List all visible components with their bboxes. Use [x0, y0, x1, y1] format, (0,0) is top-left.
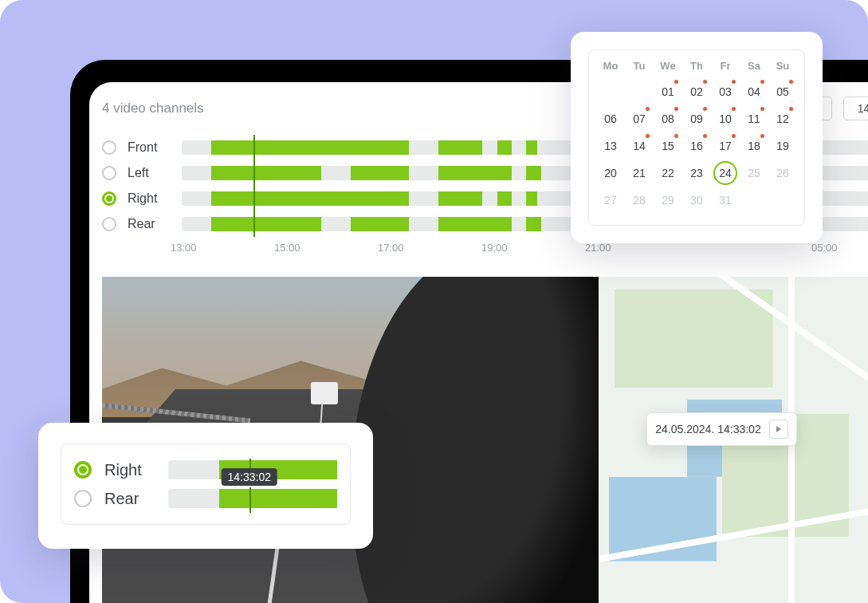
map-viewport[interactable]: 24.05.2024. 14:33:02 [599, 277, 868, 603]
calendar-card: Mo Tu We Th Fr Sa Su 0102030405060708091… [571, 32, 823, 243]
play-icon [775, 425, 783, 433]
calendar-day[interactable]: 27 [597, 187, 624, 214]
map-popup-text: 24.05.2024. 14:33:02 [655, 423, 760, 436]
channel-label: Rear [128, 217, 171, 231]
calendar-grid: 0102030405060708091011121314151617181920… [597, 78, 796, 214]
calendar-day[interactable]: 06 [597, 105, 624, 132]
calendar-day[interactable]: 10 [712, 105, 739, 132]
calendar-day[interactable]: 15 [654, 132, 681, 160]
calendar-day[interactable]: 08 [654, 105, 681, 132]
channel-label: Right [128, 191, 171, 206]
calendar-day[interactable]: 20 [597, 160, 624, 187]
calendar-day[interactable]: 17 [712, 132, 739, 160]
tablet-notch [477, 60, 540, 76]
channel-label: Left [128, 166, 171, 180]
weekday-label: Su [769, 60, 796, 72]
calendar-day[interactable]: 12 [769, 105, 796, 132]
zoom-box: Right Rear 14:33:02 [61, 443, 351, 525]
zoom-row-rear[interactable]: Rear 14:33:02 [74, 484, 337, 513]
calendar-day[interactable]: 05 [769, 78, 796, 105]
calendar-day [597, 78, 624, 105]
channel-radio-front[interactable] [102, 140, 116, 155]
calendar-day [740, 187, 768, 214]
calendar-day[interactable]: 03 [712, 78, 739, 105]
weekday-label: Tu [626, 60, 653, 72]
axis-tick: 21:00 [585, 242, 689, 254]
timeline-playhead[interactable] [253, 135, 255, 237]
time-axis: 13:00 15:00 17:00 19:00 21:00 05:00 [171, 242, 868, 254]
calendar-day [626, 78, 653, 105]
channel-label: Front [128, 140, 171, 155]
calendar-day[interactable]: 23 [683, 160, 710, 187]
zoom-label: Right [104, 461, 155, 479]
calendar-day[interactable]: 11 [740, 105, 768, 132]
zoom-card: Right Rear 14:33:02 [38, 423, 373, 549]
zoom-time-badge: 14:33:02 [222, 468, 278, 486]
calendar[interactable]: Mo Tu We Th Fr Sa Su 0102030405060708091… [588, 49, 805, 226]
axis-tick: 17:00 [378, 242, 481, 254]
calendar-day[interactable]: 24 [713, 161, 737, 185]
axis-tick: 05:00 [811, 242, 868, 254]
calendar-day[interactable]: 14 [626, 132, 653, 160]
weekday-label: We [654, 60, 681, 72]
calendar-day[interactable]: 07 [626, 105, 653, 132]
calendar-day[interactable]: 26 [769, 160, 796, 187]
zoom-radio-rear[interactable] [74, 490, 92, 507]
calendar-day[interactable]: 04 [740, 78, 768, 105]
calendar-day[interactable]: 28 [626, 187, 653, 214]
axis-tick: 19:00 [481, 242, 585, 254]
map-popup-play-button[interactable] [769, 420, 788, 439]
calendar-day [769, 187, 796, 214]
calendar-day[interactable]: 09 [683, 105, 710, 132]
axis-tick: 13:00 [171, 242, 274, 254]
calendar-day[interactable]: 31 [712, 187, 739, 214]
zoom-row-right[interactable]: Right [74, 455, 337, 484]
calendar-weekday-row: Mo Tu We Th Fr Sa Su [597, 60, 796, 72]
calendar-day[interactable]: 29 [654, 187, 681, 214]
calendar-day[interactable]: 21 [626, 160, 653, 187]
calendar-day[interactable]: 22 [654, 160, 681, 187]
zoom-label: Rear [104, 490, 155, 508]
stage-background: 4 video channels 14:33:02 [0, 0, 868, 603]
weekday-label: Sa [740, 60, 768, 72]
weekday-label: Fr [712, 60, 739, 72]
calendar-day[interactable]: 18 [740, 132, 768, 160]
map-timestamp-popup[interactable]: 24.05.2024. 14:33:02 [646, 412, 796, 446]
axis-tick: 15:00 [274, 242, 378, 254]
zoom-radio-right[interactable] [74, 461, 92, 479]
zoom-track-rear[interactable]: 14:33:02 [168, 489, 337, 508]
channel-radio-left[interactable] [102, 166, 116, 180]
channel-radio-right[interactable] [102, 191, 116, 206]
calendar-day[interactable]: 02 [683, 78, 710, 105]
weekday-label: Th [683, 60, 710, 72]
channel-radio-rear[interactable] [102, 217, 116, 231]
calendar-day[interactable]: 01 [654, 78, 681, 105]
calendar-day[interactable]: 13 [597, 132, 624, 160]
calendar-day[interactable]: 19 [769, 132, 796, 160]
calendar-day[interactable]: 16 [683, 132, 710, 160]
calendar-day[interactable]: 30 [683, 187, 710, 214]
weekday-label: Mo [597, 60, 624, 72]
current-time-display[interactable]: 14:33:02 [843, 97, 868, 120]
calendar-day[interactable]: 25 [740, 160, 768, 187]
